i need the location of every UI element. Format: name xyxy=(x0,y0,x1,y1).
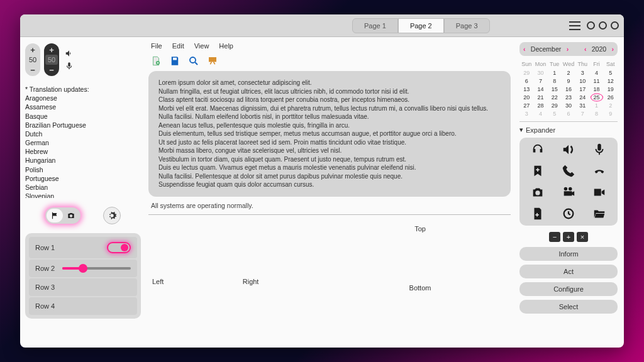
cal-day[interactable]: 20 xyxy=(519,94,533,101)
settings-button[interactable] xyxy=(103,207,121,224)
row-2[interactable]: Row 2 xyxy=(29,260,137,277)
window-button-3[interactable] xyxy=(611,21,619,30)
cal-day[interactable]: 13 xyxy=(519,85,533,93)
cal-day[interactable]: 16 xyxy=(562,85,575,93)
cal-day[interactable]: 9 xyxy=(604,110,618,118)
movie-camera-icon[interactable] xyxy=(562,185,575,199)
flag-button[interactable] xyxy=(47,209,63,222)
cal-day[interactable]: 1 xyxy=(548,69,562,77)
stepper-dark-minus[interactable]: − xyxy=(46,65,57,75)
page-tab-1[interactable]: Page 1 xyxy=(352,18,398,33)
window-button-2[interactable] xyxy=(599,21,607,30)
cal-day[interactable]: 7 xyxy=(575,110,589,118)
cal-day[interactable]: 30 xyxy=(562,102,575,109)
cal-day[interactable]: 12 xyxy=(604,77,618,85)
cal-day[interactable]: 25 xyxy=(589,94,603,101)
mini-button-0[interactable]: − xyxy=(549,232,560,242)
left-column: + 50 − + 50 − * Translation updates: Ara… xyxy=(20,37,146,348)
stepper-light-minus[interactable]: − xyxy=(27,65,38,75)
stepper-dark-plus[interactable]: + xyxy=(46,45,57,55)
expander-toggle[interactable]: ▾ Expander xyxy=(519,126,618,134)
cal-day[interactable]: 7 xyxy=(533,77,547,85)
hamburger-menu-button[interactable] xyxy=(569,21,580,30)
window-button-1[interactable] xyxy=(587,21,595,30)
cal-day[interactable]: 6 xyxy=(519,77,533,85)
presentation-button[interactable] xyxy=(206,55,219,67)
window-controls xyxy=(587,21,619,30)
folder-open-icon[interactable] xyxy=(592,207,606,221)
cal-day[interactable]: 23 xyxy=(562,94,575,101)
row-1[interactable]: Row 1 xyxy=(29,237,137,258)
cal-day[interactable]: 22 xyxy=(548,94,562,101)
cal-day[interactable]: 27 xyxy=(519,102,533,109)
cal-day[interactable]: 29 xyxy=(548,102,562,109)
cal-day[interactable]: 4 xyxy=(589,69,603,77)
cal-day[interactable]: 2 xyxy=(562,69,575,77)
clock-icon[interactable] xyxy=(562,207,575,221)
language-item: Basque xyxy=(25,112,141,121)
new-document-button[interactable] xyxy=(150,55,162,67)
cal-day[interactable]: 17 xyxy=(575,85,589,93)
cal-day[interactable]: 26 xyxy=(604,94,618,101)
mini-button-1[interactable]: + xyxy=(563,232,574,242)
cal-day[interactable]: 11 xyxy=(589,77,603,85)
cal-day[interactable]: 3 xyxy=(575,69,589,77)
language-item: German xyxy=(25,138,141,147)
new-file-icon[interactable] xyxy=(531,207,545,221)
stepper-dark-value: 50 xyxy=(45,55,58,65)
cal-day[interactable]: 6 xyxy=(562,110,575,118)
cal-day[interactable]: 5 xyxy=(548,110,562,118)
cal-day[interactable]: 4 xyxy=(533,110,547,118)
microphone-icon[interactable] xyxy=(592,143,606,156)
row-1-switch[interactable] xyxy=(107,242,131,253)
select-button[interactable]: Select xyxy=(519,300,618,314)
configure-button[interactable]: Configure xyxy=(519,282,618,296)
cal-day[interactable]: 8 xyxy=(548,77,562,85)
cal-day[interactable]: 14 xyxy=(533,85,547,93)
cal-day[interactable]: 8 xyxy=(589,110,603,118)
row-3[interactable]: Row 3 xyxy=(29,278,137,296)
cal-year-next[interactable]: › xyxy=(611,45,614,53)
cal-day[interactable]: 28 xyxy=(533,102,547,109)
mini-button-2[interactable]: × xyxy=(577,232,588,242)
page-tab-3[interactable]: Page 3 xyxy=(444,18,490,33)
cal-day[interactable]: 15 xyxy=(548,85,562,93)
act-button[interactable]: Act xyxy=(519,265,618,278)
menu-edit[interactable]: Edit xyxy=(172,42,184,50)
menu-view[interactable]: View xyxy=(194,42,209,50)
camera-icon[interactable] xyxy=(531,185,545,199)
cal-month-next[interactable]: › xyxy=(567,45,569,53)
hangup-icon[interactable] xyxy=(592,164,606,178)
cal-day[interactable]: 18 xyxy=(589,85,603,93)
stepper-light-plus[interactable]: + xyxy=(27,45,38,55)
cal-day[interactable]: 9 xyxy=(562,77,575,85)
cal-month-prev[interactable]: ‹ xyxy=(523,45,526,53)
speaker-icon[interactable] xyxy=(562,143,575,156)
video-icon[interactable] xyxy=(592,185,606,199)
cal-day[interactable]: 1 xyxy=(589,102,603,109)
save-button[interactable] xyxy=(169,55,181,67)
cal-day[interactable]: 5 xyxy=(604,69,618,77)
search-button[interactable] xyxy=(187,55,200,67)
headphones-icon[interactable] xyxy=(531,143,545,156)
menu-file[interactable]: File xyxy=(151,42,162,50)
bookmark-add-icon[interactable] xyxy=(531,164,545,178)
cal-day[interactable]: 30 xyxy=(533,69,547,77)
inform-button[interactable]: Inform xyxy=(519,247,618,261)
menu-help[interactable]: Help xyxy=(219,42,233,50)
cal-day[interactable]: 29 xyxy=(519,69,533,77)
cal-year-prev[interactable]: ‹ xyxy=(584,45,587,53)
cal-day[interactable]: 24 xyxy=(575,94,589,101)
cal-day[interactable]: 2 xyxy=(604,102,618,109)
language-item: Assamese xyxy=(25,102,141,111)
cal-day[interactable]: 19 xyxy=(604,85,618,93)
cal-day[interactable]: 31 xyxy=(575,102,589,109)
cal-day[interactable]: 3 xyxy=(519,110,533,118)
phone-icon[interactable] xyxy=(562,164,575,178)
camera-button[interactable] xyxy=(63,209,79,222)
page-tab-2[interactable]: Page 2 xyxy=(398,18,444,33)
row-4[interactable]: Row 4 xyxy=(29,297,137,315)
cal-day[interactable]: 10 xyxy=(575,77,589,85)
row-2-slider[interactable] xyxy=(62,267,131,270)
cal-day[interactable]: 21 xyxy=(533,94,547,101)
